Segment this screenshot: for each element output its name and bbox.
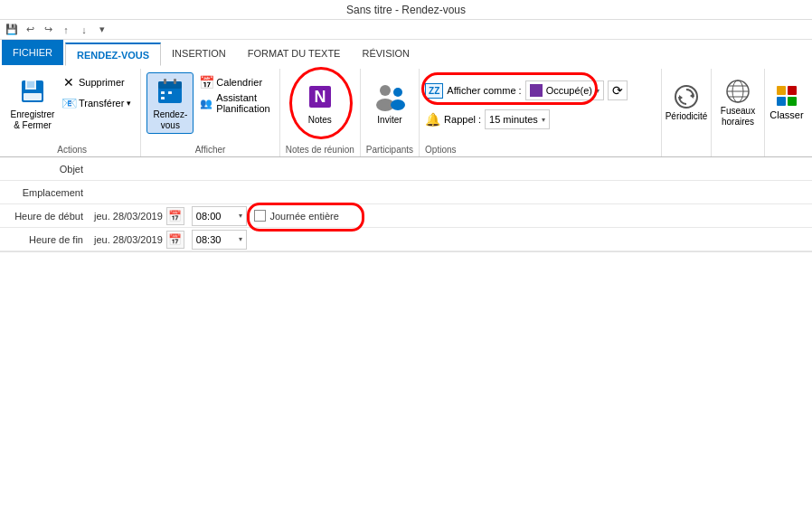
objet-input[interactable] (90, 158, 812, 180)
undo-button[interactable]: ↩ (22, 22, 38, 38)
tab-format-texte[interactable]: FORMAT DU TEXTE (237, 42, 352, 65)
save-close-icon (16, 75, 49, 108)
inviter-button[interactable]: Inviter (366, 72, 413, 134)
occupe-color-box (530, 84, 543, 97)
svg-rect-6 (164, 79, 166, 84)
heure-fin-time: 08:30 (196, 234, 222, 245)
ribbon-group-options: ZZ Afficher comme : Occupé(e) ▾ ⟳ 🔔 Rapp… (420, 69, 662, 156)
rappel-dropdown-arrow: ▾ (542, 116, 545, 124)
enregistrer-fermer-button[interactable]: Enregistrer& Fermer (9, 72, 56, 134)
redo-button[interactable]: ↪ (40, 22, 56, 38)
svg-rect-5 (158, 81, 182, 89)
heure-debut-time: 08:00 (196, 211, 222, 222)
globe-icon (725, 79, 751, 104)
window-title: Sans titre - Rendez-vous (346, 4, 466, 16)
rendez-vous-icon (154, 75, 186, 108)
heure-fin-time-dropdown[interactable]: 08:30 ▾ (192, 230, 248, 250)
classer-button[interactable]: Classer (770, 72, 803, 134)
enregistrer-fermer-label: Enregistrer& Fermer (11, 109, 55, 131)
heure-debut-row: Heure de début jeu. 28/03/2019 📅 08:00 ▾… (0, 204, 812, 228)
heure-debut-date: jeu. 28/03/2019 (94, 211, 163, 222)
afficher-comme-label: Afficher comme : (447, 85, 521, 96)
notes-body-area[interactable] (0, 251, 812, 520)
tab-rendez-vous[interactable]: RENDEZ-VOUS (65, 43, 161, 66)
rendez-vous-button[interactable]: Rendez-vous (146, 72, 194, 134)
ribbon-group-classer: Classer (765, 69, 808, 156)
inviter-label: Inviter (377, 115, 401, 126)
ribbon-group-notes: N Notes Notes de réunion (280, 69, 361, 156)
assistant-icon: 👥 (199, 96, 213, 110)
journee-entiere-container: Journée entière (254, 210, 338, 222)
down-button[interactable]: ↓ (76, 22, 92, 38)
rappel-dropdown[interactable]: 15 minutes ▾ (485, 109, 550, 129)
svg-rect-3 (24, 93, 42, 100)
journee-entiere-label: Journée entière (269, 211, 338, 222)
afficher-comme-dropdown[interactable]: Occupé(e) ▾ (525, 80, 604, 100)
heure-debut-time-arrow: ▾ (239, 212, 242, 220)
rappel-time-value: 15 minutes (489, 114, 538, 125)
ribbon: Enregistrer& Fermer ✕ Supprimer 📧 Transf… (0, 65, 812, 157)
ribbon-group-fuseaux: Fuseauxhoraires (712, 69, 765, 156)
periodicite-button[interactable]: Périodicité (666, 72, 707, 134)
svg-rect-7 (174, 79, 176, 84)
calendrier-button[interactable]: 📅 Calendrier (195, 72, 273, 92)
ribbon-group-periodicite: Périodicité (662, 69, 712, 156)
ribbon-group-afficher: Rendez-vous 📅 Calendrier 👥 AssistantPlan… (141, 69, 279, 156)
fuseaux-horaires-label: Fuseauxhoraires (721, 106, 755, 128)
tab-insertion[interactable]: INSERTION (161, 42, 237, 65)
rappel-label: Rappel : (444, 114, 481, 125)
rendez-vous-label: Rendez-vous (153, 109, 187, 131)
ribbon-tabs: FICHIER RENDEZ-VOUS INSERTION FORMAT DU … (0, 40, 812, 65)
objet-label: Objet (0, 160, 90, 178)
heure-debut-time-dropdown[interactable]: 08:00 ▾ (192, 206, 248, 226)
form-area: Objet Emplacement Heure de début jeu. 28… (0, 157, 812, 251)
calendrier-label: Calendrier (216, 77, 262, 88)
transferer-dropdown[interactable]: ▾ (127, 99, 131, 108)
heure-fin-date: jeu. 28/03/2019 (94, 234, 163, 245)
heure-debut-calendar-icon[interactable]: 📅 (166, 207, 184, 225)
classer-icon (777, 86, 797, 106)
objet-row: Objet (0, 157, 812, 181)
periodicite-icon (674, 84, 699, 109)
options-expand-button[interactable]: ⟳ (608, 80, 628, 100)
fuseaux-horaires-button[interactable]: Fuseauxhoraires (717, 72, 759, 134)
zz-status-button[interactable]: ZZ (425, 83, 443, 99)
periodicite-label: Périodicité (666, 111, 708, 122)
emplacement-input[interactable] (90, 182, 812, 203)
heure-fin-calendar-icon[interactable]: 📅 (166, 231, 184, 249)
save-qat-button[interactable]: 💾 (4, 22, 20, 38)
svg-point-16 (391, 99, 405, 110)
up-button[interactable]: ↑ (58, 22, 74, 38)
tab-revision[interactable]: RÉVISION (351, 42, 420, 65)
svg-text:N: N (314, 88, 326, 106)
transferer-button[interactable]: 📧 Transférer ▾ (58, 93, 135, 113)
quick-access-toolbar: 💾 ↩ ↪ ↑ ↓ ▾ (0, 20, 812, 40)
title-bar: Sans titre - Rendez-vous (0, 0, 812, 20)
options-group-label: Options (425, 143, 656, 156)
supprimer-button[interactable]: ✕ Supprimer (58, 72, 135, 92)
heure-fin-row: Heure de fin jeu. 28/03/2019 📅 08:30 ▾ (0, 228, 812, 251)
zz-icon: ZZ (429, 86, 439, 96)
notes-label: Notes (308, 115, 332, 126)
assistant-planification-label: AssistantPlanification (216, 92, 269, 114)
svg-rect-2 (27, 81, 34, 88)
svg-marker-19 (679, 95, 683, 100)
svg-point-15 (393, 88, 402, 97)
bell-icon: 🔔 (425, 112, 440, 127)
heure-debut-date-field: jeu. 28/03/2019 📅 (90, 205, 188, 227)
notes-button[interactable]: N Notes (297, 72, 344, 134)
heure-debut-label: Heure de début (0, 207, 90, 225)
tab-fichier[interactable]: FICHIER (2, 40, 63, 65)
calendrier-icon: 📅 (199, 75, 213, 90)
assistant-planification-button[interactable]: 👥 AssistantPlanification (195, 93, 273, 113)
journee-entiere-checkbox[interactable] (254, 210, 266, 222)
svg-point-13 (380, 85, 391, 96)
emplacement-row: Emplacement (0, 181, 812, 204)
delete-icon: ✕ (61, 75, 76, 90)
qat-dropdown[interactable]: ▾ (94, 22, 110, 38)
classer-label: Classer (770, 109, 803, 120)
supprimer-label: Supprimer (79, 77, 125, 88)
heure-fin-time-arrow: ▾ (239, 235, 242, 243)
svg-rect-10 (161, 97, 165, 99)
svg-marker-18 (690, 93, 694, 99)
